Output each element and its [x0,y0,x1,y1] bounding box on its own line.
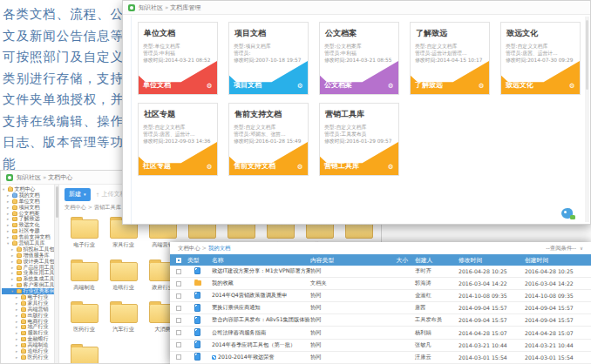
folder-icon [21,313,27,318]
row-checkbox[interactable] [176,269,181,274]
folder-icon [12,206,18,210]
folder-icon [12,199,18,204]
table-row[interactable]: 致远IT建设方案分享：M1去VPN部署方案 协同 李时齐 2016-04-28 … [170,266,591,278]
table-row[interactable]: 公司法律咨询服务指南 协同 杨利娟 2014-04-28 15:07 2014-… [170,327,591,339]
card-banner: 售前支持文档 [229,142,308,175]
document-icon [194,304,200,312]
folder-icon [12,223,18,227]
table-row[interactable]: 2014年Q4营销政策微调及重申 协同 金淑红 2014-10-08 09:35… [170,290,591,302]
folder-icon [12,241,18,246]
library-card-official-archive[interactable]: 公文档案 类型:公文档案库 管理员:申利福 修改时间:2014-03-21 08… [319,22,399,95]
row-checkbox[interactable] [176,306,181,311]
breadcrumb-root[interactable]: 知识社区 [17,174,41,181]
folder-icon [12,212,18,216]
gear-icon[interactable] [387,83,394,90]
document-name[interactable]: 更换订票供应商通知 [212,304,310,312]
folder-item[interactable]: 汽车行业 [104,299,143,341]
folder-icon [12,229,18,233]
tree-item[interactable]: 医药行业 [2,354,54,361]
filter-select[interactable]: --查阅条件-- [546,245,583,253]
document-name[interactable]: 2014年春季应聘工具包（第一批） [212,341,310,349]
new-button[interactable]: 新建 [65,188,91,201]
column-name[interactable]: 名称 [212,256,310,265]
folder-icon [21,337,27,341]
folder-item[interactable]: 高端制造 [65,257,104,300]
folder-icon [17,271,23,275]
library-card-project-docs[interactable]: 项目文档 类型:项目文档库 管理员: 修改时间:2007-10-18 19:57… [228,22,309,95]
library-card-community-topics[interactable]: 社区专题 类型:自定义文档库 管理员:唐茜、运营计... 修改时间:2012-0… [138,103,218,176]
folder-icon [21,355,27,360]
table-row[interactable]: 整合内容部工具发布：A8v51集团版体验环境发布 协同 工具发布员 2014-0… [170,314,591,327]
row-checkbox[interactable] [176,342,181,347]
library-card-marketing-toolkit[interactable]: 营销工具库 类型:自定义文档库 管理员:工具发布员 修改时间:2016-01-2… [319,103,399,176]
folder-item[interactable]: 造纸行业 [104,257,143,300]
scrollbar-thumb[interactable] [586,20,588,90]
breadcrumb-current: 文档库管理 [170,4,200,11]
folder-icon [12,217,18,221]
path-parent[interactable]: 营销工具库 [94,204,121,210]
folder-item[interactable]: IT服务行业 [65,341,104,364]
library-card-presales-docs[interactable]: 售前支持文档 类型:自定义文档库 管理员:邓媚东、张苗... 修改时间:2016… [228,103,309,176]
document-name[interactable]: 整合内容部工具发布：A8v51集团版体验环境发布 [212,316,310,324]
folder-icon [71,262,98,281]
table-row[interactable]: 2014年春季应聘工具包（第一批） 协同 张敏凡 2014-03-21 10:4… [170,340,591,352]
card-banner: 单位文档 [139,61,217,94]
table-row[interactable]: 2010-2014年致远荣誉 协同 汪康云 2014-03-01 15:54 2… [170,352,591,364]
card-banner: 致远文化 [501,61,580,94]
path-root[interactable]: 文档中心 [65,204,86,210]
column-type[interactable]: 类型 [187,256,212,265]
document-name[interactable]: 我的收藏 [212,280,310,287]
assistant-mascot-icon[interactable] [561,207,575,219]
document-icon [194,353,200,361]
document-name[interactable]: 致远IT建设方案分享：M1去VPN部署方案 [212,267,310,275]
folder-icon [17,247,23,252]
row-checkbox[interactable] [176,318,181,323]
document-name[interactable]: 公司法律咨询服务指南 [212,329,310,337]
document-name[interactable]: 2010-2014年致远荣誉 [212,354,310,361]
gear-icon[interactable] [206,83,213,90]
breadcrumb-root[interactable]: 文档中心 [178,245,200,252]
column-creator[interactable]: 创建人 [408,256,459,265]
row-checkbox[interactable] [176,293,181,299]
column-created[interactable]: 创建时间 [525,256,591,265]
table-row[interactable]: 更换订票供应商通知 协同 唐茜 2014-09-04 15:57 2014-09… [170,302,591,314]
row-checkbox[interactable] [176,330,181,335]
gear-icon[interactable] [568,83,575,90]
scrollbar-thumb[interactable] [56,186,58,218]
gear-icon[interactable] [296,164,303,171]
card-banner: 社区专题 [139,142,217,175]
folder-icon [21,295,27,300]
document-name[interactable]: 2014年Q4营销政策微调及重申 [212,292,310,300]
panel-divider [131,16,132,224]
table-breadcrumb: 文档中心>我的文档 [178,245,230,253]
folder-icon [17,253,23,258]
card-row: 单位文档 类型:单位文档库 管理员:申利福 修改时间:2014-03-21 08… [138,22,590,95]
library-card-unit-docs[interactable]: 单位文档 类型:单位文档库 管理员:申利福 修改时间:2014-03-21 08… [138,22,218,95]
column-modified[interactable]: 修改时间 [459,256,525,265]
card-title: 社区专题 [139,104,217,124]
row-checkbox[interactable] [176,281,181,286]
library-card-culture[interactable]: 致远文化 类型:自定义文档库 管理员:唐茜、运营计... 修改时间:2014-0… [500,22,581,95]
folder-icon [8,187,14,192]
my-documents-link[interactable]: 我的文档 [208,245,231,252]
column-content-type[interactable]: 内容类型 [310,256,385,265]
panel-scrollbar[interactable] [585,17,589,222]
tree-scrollbar[interactable] [54,185,59,363]
document-icon [194,328,200,336]
breadcrumb-root[interactable]: 知识社区 [139,4,163,11]
folder-item[interactable]: 医药行业 [65,299,104,341]
folder-icon [21,349,27,354]
select-all-checkbox[interactable] [176,258,181,263]
column-size[interactable]: 大小 [385,256,408,265]
table-row[interactable]: 我的收藏 文档夹 郭海涛 2016-03-04 14:22 2016-03-04… [170,278,591,290]
gear-icon[interactable] [296,83,303,90]
gear-icon[interactable] [206,164,213,171]
gear-icon[interactable] [387,164,394,171]
library-card-about-seeyon[interactable]: 了解致远 类型:自定义文档库 管理员:运营计划管理... 修改时间:2014-0… [410,22,490,95]
folder-item[interactable]: 电子行业 [65,214,104,257]
document-icon [194,316,200,324]
folder-icon [12,193,18,198]
row-checkbox[interactable] [176,354,181,360]
card-title: 营销工具库 [320,104,398,124]
gear-icon[interactable] [478,83,485,90]
